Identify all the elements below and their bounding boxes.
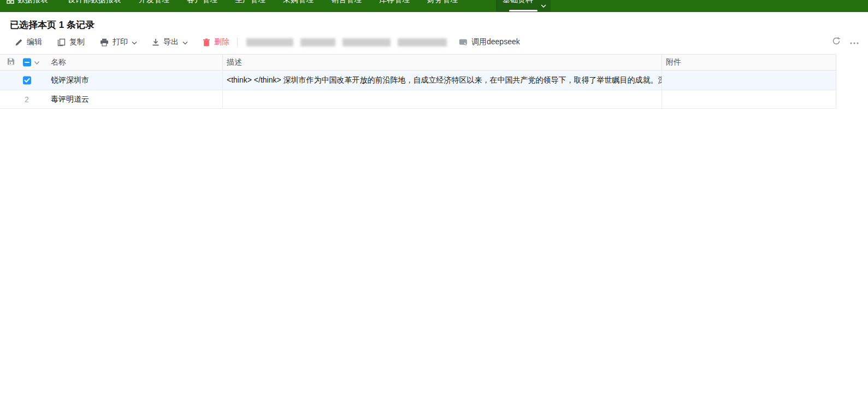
- redacted-button[interactable]: [343, 38, 391, 46]
- table-row[interactable]: 锐评深圳市 <think> </think> 深圳市作为中国改革开放的前沿阵地，…: [0, 71, 836, 90]
- nav-item-finance-mgmt[interactable]: 财务管理: [427, 0, 458, 5]
- table-row[interactable]: 2 毒评明道云: [0, 90, 836, 109]
- nav-item-label: 数据报表: [17, 0, 48, 5]
- records-table: 名称 描述 附件 锐评深圳市 <think> </think> 深圳市作为中国改…: [0, 54, 836, 109]
- redacted-button[interactable]: [398, 38, 447, 46]
- nav-menu: 数据报表 设计部数据报表 开发管理 客户管理 生产管理 采购管理 销售管理 库存…: [7, 0, 475, 5]
- nav-item-sales-mgmt[interactable]: 销售管理: [331, 0, 362, 5]
- record-name[interactable]: 锐评深圳市: [46, 71, 222, 90]
- record-attachment[interactable]: [662, 71, 836, 90]
- table-header-row: 名称 描述 附件: [0, 55, 836, 71]
- printer-icon: [100, 38, 109, 46]
- row-select-cell: [0, 71, 46, 90]
- redacted-button[interactable]: [300, 38, 335, 46]
- chevron-down-icon: [182, 38, 188, 46]
- row-checkbox-checked[interactable]: [23, 76, 31, 84]
- toolbar-divider: [237, 38, 238, 46]
- select-all-checkbox[interactable]: [23, 58, 31, 67]
- nav-item-basic-data-active[interactable]: 基础资料: [496, 0, 551, 12]
- nav-active-label: 基础资料: [503, 0, 533, 5]
- record-attachment[interactable]: [662, 90, 836, 108]
- selection-status-title: 已选择本页 1 条记录: [10, 19, 95, 31]
- more-options-icon[interactable]: [849, 37, 859, 47]
- row-select-cell: 2: [0, 90, 46, 108]
- chevron-down-icon[interactable]: [34, 58, 40, 67]
- toolbar-right-controls: [832, 36, 859, 48]
- copy-button[interactable]: 复制: [57, 37, 85, 47]
- nav-item-data-report[interactable]: 数据报表: [7, 0, 48, 5]
- print-button[interactable]: 打印: [100, 37, 137, 47]
- custom-action-icon: [459, 39, 468, 46]
- record-description[interactable]: <think> </think> 深圳市作为中国改革开放的前沿阵地，自成立经济特…: [222, 71, 662, 90]
- chevron-down-icon: [132, 38, 137, 46]
- column-header-description[interactable]: 描述: [222, 55, 662, 70]
- nav-item-design-report[interactable]: 设计部数据报表: [68, 0, 121, 5]
- nav-item-dev-mgmt[interactable]: 开发管理: [139, 0, 169, 5]
- app-window: 数据报表 设计部数据报表 开发管理 客户管理 生产管理 采购管理 销售管理 库存…: [0, 0, 868, 404]
- record-toolbar: 编辑 复制 打印 导出: [15, 36, 520, 48]
- pencil-icon: [15, 38, 23, 46]
- nav-item-inventory-mgmt[interactable]: 库存管理: [379, 0, 410, 5]
- trash-icon: [203, 38, 210, 46]
- active-tab-underline: [509, 10, 538, 11]
- export-button[interactable]: 导出: [152, 37, 188, 47]
- chevron-down-icon: [541, 1, 546, 10]
- column-header-name[interactable]: 名称: [46, 55, 222, 70]
- download-icon: [152, 38, 160, 46]
- nav-item-customer-mgmt[interactable]: 客户管理: [187, 0, 217, 5]
- nav-item-production-mgmt[interactable]: 生产管理: [235, 0, 265, 5]
- record-description[interactable]: [222, 90, 662, 108]
- top-nav-bar: 数据报表 设计部数据报表 开发管理 客户管理 生产管理 采购管理 销售管理 库存…: [0, 0, 868, 12]
- call-deepseek-button[interactable]: 调用deepseek: [459, 37, 520, 47]
- header-select-cell: [0, 55, 46, 70]
- copy-icon: [57, 38, 66, 46]
- record-name[interactable]: 毒评明道云: [46, 90, 222, 108]
- column-header-attachment[interactable]: 附件: [662, 55, 836, 70]
- edit-button[interactable]: 编辑: [15, 37, 42, 47]
- refresh-icon[interactable]: [832, 37, 841, 48]
- delete-button[interactable]: 删除: [203, 37, 229, 47]
- redacted-buttons: [246, 38, 447, 46]
- row-number: 2: [20, 95, 34, 104]
- redacted-button[interactable]: [246, 38, 293, 46]
- grid-icon: [7, 0, 14, 4]
- nav-item-purchase-mgmt[interactable]: 采购管理: [283, 0, 314, 5]
- save-icon[interactable]: [7, 58, 15, 67]
